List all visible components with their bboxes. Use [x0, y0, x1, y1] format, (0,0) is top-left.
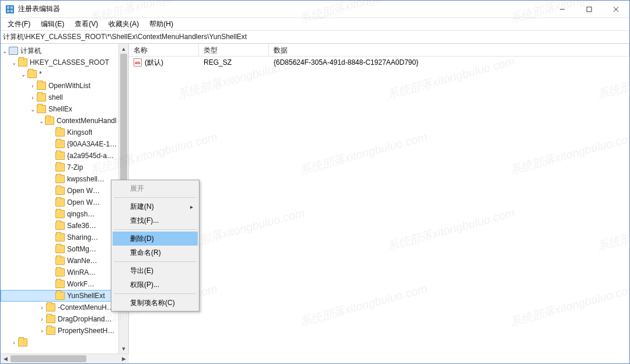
tree-toggle-icon[interactable]: ›: [10, 340, 18, 346]
svg-rect-4: [10, 10, 13, 12]
ctx-permissions[interactable]: 权限(P)...: [113, 278, 198, 292]
value-data: {6D85624F-305A-491d-8848-C1927AA0D790}: [269, 58, 629, 66]
ctx-expand[interactable]: 展开: [113, 181, 198, 195]
close-button[interactable]: [603, 1, 629, 18]
tree-toggle-icon[interactable]: ⌄: [1, 48, 9, 54]
registry-tree[interactable]: ⌄计算机⌄HKEY_CLASSES_ROOT⌄*›OpenWithList›sh…: [1, 44, 118, 354]
tree-key-softmg[interactable]: SoftMg…: [1, 243, 118, 255]
tree-toggle-icon[interactable]: ›: [29, 94, 37, 101]
folder-icon: [55, 152, 65, 160]
tree-star[interactable]: ⌄*: [1, 68, 118, 80]
tree-label: HKEY_CLASSES_ROOT: [30, 58, 109, 66]
tree-openwithlist[interactable]: ›OpenWithList: [1, 80, 118, 92]
scroll-down-arrow[interactable]: ▼: [119, 344, 128, 354]
tree-shell[interactable]: ›shell: [1, 92, 118, 103]
svg-rect-6: [587, 7, 592, 12]
tree-key-yunshellext[interactable]: YunShellExt: [1, 290, 118, 302]
menu-file[interactable]: 文件(F): [3, 18, 35, 30]
folder-icon: [37, 105, 46, 113]
ctx-separator: [114, 261, 197, 262]
ctx-separator: [114, 197, 197, 198]
tree-key-openw[interactable]: Open W…: [1, 197, 118, 208]
hscroll-thumb[interactable]: [10, 355, 86, 362]
tree-shellex[interactable]: ⌄ShellEx: [1, 103, 118, 115]
tree-contextmenuhandlers[interactable]: ⌄ContextMenuHandlers: [1, 115, 118, 127]
registry-editor-window: 注册表编辑器 文件(F) 编辑(E) 查看(V) 收藏夹(A) 帮助(H) 计算…: [0, 0, 630, 364]
scroll-up-arrow[interactable]: ▲: [119, 44, 128, 54]
tree-toggle-icon[interactable]: ›: [38, 316, 46, 323]
tree-key-dragdrophand[interactable]: ›DragDropHand…: [1, 313, 118, 325]
hscroll-track[interactable]: [10, 354, 119, 363]
ctx-export[interactable]: 导出(E): [113, 264, 198, 278]
minimize-button[interactable]: [549, 1, 576, 18]
tree-label: ContextMenuHandlers: [57, 117, 116, 125]
scroll-left-arrow[interactable]: ◀: [1, 356, 10, 362]
folder-icon: [55, 140, 65, 148]
tree-toggle-icon[interactable]: ›: [29, 83, 37, 89]
ctx-delete[interactable]: 删除(D): [113, 232, 198, 246]
tree-toggle-icon[interactable]: ⌄: [38, 118, 45, 124]
tree-item[interactable]: ›: [1, 337, 118, 348]
tree-key-wanne[interactable]: WanNe…: [1, 255, 118, 267]
ctx-new[interactable]: 新建(N): [113, 200, 198, 214]
svg-rect-2: [10, 6, 13, 9]
computer-icon: [9, 47, 18, 55]
menu-favorites[interactable]: 收藏夹(A): [104, 18, 144, 30]
ctx-copykey[interactable]: 复制项名称(C): [113, 296, 198, 310]
address-bar[interactable]: 计算机\HKEY_CLASSES_ROOT\*\ShellEx\ContextM…: [1, 31, 629, 44]
tree-key-kwpsshell[interactable]: kwpsshell…: [1, 173, 118, 185]
tree-key-a2a9545da[interactable]: {a2a9545d-a…: [1, 150, 118, 162]
tree-label: 7-Zip: [67, 163, 83, 172]
tree-key-sharing[interactable]: Sharing…: [1, 232, 118, 243]
folder-icon: [55, 292, 65, 300]
menu-view[interactable]: 查看(V): [70, 18, 103, 30]
col-data[interactable]: 数据: [269, 44, 629, 56]
ctx-separator: [114, 229, 197, 230]
window-title: 注册表编辑器: [18, 4, 549, 14]
menu-help[interactable]: 帮助(H): [145, 18, 178, 30]
folder-icon: [37, 82, 46, 90]
body: ⌄计算机⌄HKEY_CLASSES_ROOT⌄*›OpenWithList›sh…: [1, 44, 629, 354]
tree-toggle-icon[interactable]: ⌄: [10, 60, 18, 66]
tree-key-openw[interactable]: Open W…: [1, 185, 118, 197]
value-type: REG_SZ: [199, 58, 269, 66]
tree-key-winra[interactable]: WinRA…: [1, 267, 118, 278]
values-list[interactable]: ab (默认) REG_SZ {6D85624F-305A-491d-8848-…: [129, 57, 629, 354]
tree-key-contextmenuh[interactable]: ›-ContextMenuH…: [1, 302, 118, 313]
tree-label: Safe36…: [67, 222, 96, 230]
col-type[interactable]: 类型: [199, 44, 269, 56]
col-name[interactable]: 名称: [129, 44, 199, 56]
value-row[interactable]: ab (默认) REG_SZ {6D85624F-305A-491d-8848-…: [129, 57, 629, 68]
folder-icon: [18, 338, 27, 346]
tree-scrollbar-horizontal[interactable]: ◀ ▶: [1, 354, 129, 363]
maximize-button[interactable]: [576, 1, 603, 18]
tree-toggle-icon[interactable]: ⌄: [19, 71, 27, 78]
tree-key-propertysheeth[interactable]: ›PropertySheetH…: [1, 325, 118, 337]
tree-key-kingsoft[interactable]: Kingsoft: [1, 127, 118, 138]
tree-label: kwpsshell…: [67, 175, 104, 183]
tree-label: PropertySheetH…: [58, 327, 114, 335]
folder-icon: [37, 93, 46, 102]
folder-icon: [55, 222, 65, 230]
ctx-rename[interactable]: 重命名(R): [113, 246, 198, 260]
folder-icon: [55, 210, 65, 218]
ctx-find[interactable]: 查找(F)...: [113, 214, 198, 228]
menu-edit[interactable]: 编辑(E): [36, 18, 69, 30]
ctx-separator: [114, 293, 197, 294]
tree-hkcr[interactable]: ⌄HKEY_CLASSES_ROOT: [1, 57, 118, 68]
tree-label: OpenWithList: [48, 82, 90, 90]
tree-key-7zip[interactable]: 7-Zip: [1, 162, 118, 173]
tree-toggle-icon[interactable]: ›: [38, 328, 46, 334]
tree-key-qingsh[interactable]: qingsh…: [1, 208, 118, 220]
tree-key-safe36[interactable]: Safe36…: [1, 220, 118, 232]
tree-toggle-icon[interactable]: ›: [38, 304, 46, 311]
tree-toggle-icon[interactable]: ⌄: [29, 106, 37, 113]
tree-key-90aa3a4e1[interactable]: {90AA3A4E-1…: [1, 138, 118, 150]
tree-root[interactable]: ⌄计算机: [1, 45, 118, 57]
tree-label: qingsh…: [67, 210, 94, 218]
scroll-right-arrow[interactable]: ▶: [119, 356, 129, 362]
folder-icon: [46, 303, 55, 312]
tree-label: DragDropHand…: [58, 315, 112, 323]
address-text: 计算机\HKEY_CLASSES_ROOT\*\ShellEx\ContextM…: [3, 32, 247, 42]
tree-key-workf[interactable]: WorkF…: [1, 278, 118, 290]
